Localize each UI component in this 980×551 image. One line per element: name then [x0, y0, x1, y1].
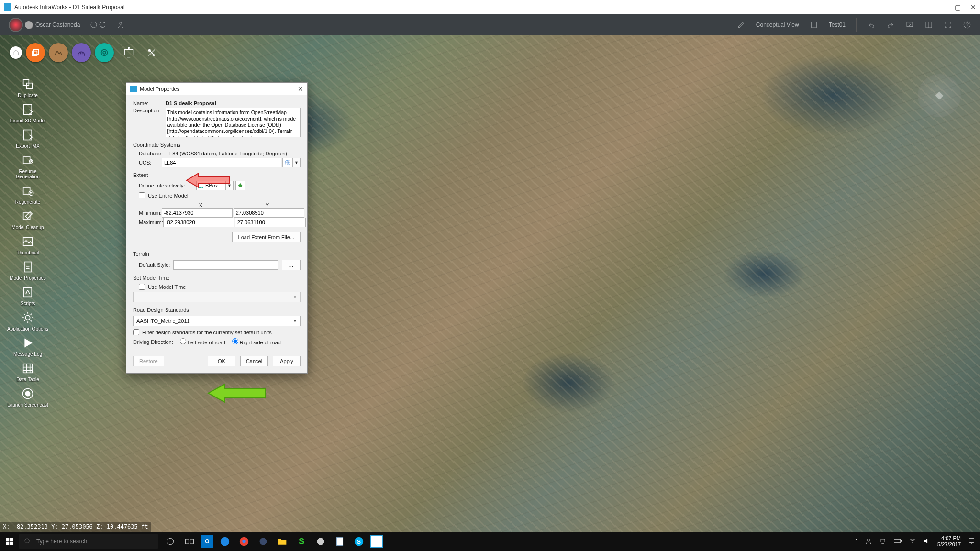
tool-export-imx[interactable]: Export IMX: [16, 127, 39, 149]
tray-battery-icon[interactable]: [893, 538, 902, 545]
app-icon-1[interactable]: [256, 534, 271, 549]
notepad-icon[interactable]: [332, 534, 347, 549]
chat-icon[interactable]: [89, 21, 98, 29]
max-y-input[interactable]: [235, 218, 306, 227]
edge-icon[interactable]: [217, 534, 233, 549]
restore-button[interactable]: Restore: [133, 356, 164, 366]
app-icon-s[interactable]: S: [294, 534, 309, 549]
tool-launch-screencast[interactable]: Launch Screencast: [7, 386, 48, 408]
tray-people-icon[interactable]: [865, 537, 872, 546]
tool-resume-gen[interactable]: Resume Generation: [7, 153, 49, 179]
tray-chevron-icon[interactable]: ˄: [855, 539, 858, 545]
use-entire-model-checkbox[interactable]: [139, 192, 145, 198]
infraworks-taskbar-icon[interactable]: [370, 535, 383, 548]
max-x-input[interactable]: [163, 218, 234, 227]
ucs-input[interactable]: [162, 158, 281, 167]
tool-model-cleanup[interactable]: Model Cleanup: [11, 209, 44, 230]
ucs-globe-button[interactable]: [282, 158, 293, 167]
minimize-button[interactable]: —: [938, 3, 945, 11]
close-button[interactable]: ✕: [970, 3, 976, 11]
tray-wifi-icon[interactable]: [909, 538, 916, 545]
tool-message-log[interactable]: Message Log: [13, 335, 42, 357]
bbox-selector[interactable]: BBox: [196, 181, 226, 190]
chrome-icon[interactable]: [236, 534, 252, 549]
tool-label: Regenerate: [15, 199, 40, 205]
extent-header: Extent: [133, 172, 301, 178]
tray-volume-icon[interactable]: [923, 537, 931, 546]
ok-button[interactable]: OK: [208, 356, 235, 366]
settings-tool[interactable]: [144, 44, 160, 61]
present-icon[interactable]: [905, 21, 914, 29]
bridge-tab[interactable]: [72, 43, 91, 62]
tray-notifications-icon[interactable]: [968, 537, 975, 546]
maximize-button[interactable]: ▢: [955, 3, 961, 11]
default-style-browse-button[interactable]: ...: [282, 260, 301, 270]
left-side-option[interactable]: Left side of road: [180, 338, 225, 345]
tool-duplicate[interactable]: Duplicate: [18, 77, 38, 98]
description-input[interactable]: [166, 108, 301, 137]
tray-network-icon[interactable]: [879, 537, 887, 546]
undo-icon[interactable]: [867, 21, 876, 29]
proposal-icon[interactable]: [810, 21, 818, 29]
tool-thumbnail[interactable]: Thumbnail: [17, 234, 39, 255]
proposal-label[interactable]: Test01: [829, 22, 846, 28]
right-side-option[interactable]: Right side of road: [232, 338, 281, 345]
home-button[interactable]: [10, 46, 22, 59]
tool-scripts[interactable]: Scripts: [20, 285, 35, 306]
load-extent-button[interactable]: Load Extent From File...: [232, 232, 301, 242]
sync-icon[interactable]: [98, 21, 107, 29]
windows-taskbar: Type here to search O S S ˄ 4:07 PM5/27/…: [0, 532, 980, 551]
terrain-tab[interactable]: [49, 43, 68, 62]
define-interactively-label: Define Interactively:: [139, 183, 196, 188]
cancel-button[interactable]: Cancel: [240, 356, 268, 366]
panel-icon[interactable]: [924, 21, 933, 29]
bbox-dropdown-button[interactable]: ▼: [226, 181, 234, 190]
redo-icon[interactable]: [886, 21, 895, 29]
taskbar-search[interactable]: Type here to search: [19, 534, 158, 549]
cloud-status-icon[interactable]: [25, 21, 33, 29]
avatar[interactable]: [9, 18, 23, 32]
file-explorer-icon[interactable]: [275, 534, 290, 549]
skype-icon[interactable]: S: [351, 534, 367, 549]
app-icon-2[interactable]: [313, 534, 328, 549]
username[interactable]: Oscar Castaneda: [35, 22, 80, 28]
tool-model-properties[interactable]: Model Properties: [10, 259, 46, 281]
fullscreen-icon[interactable]: [944, 21, 952, 29]
outlook-icon[interactable]: O: [201, 535, 213, 548]
tray-clock[interactable]: 4:07 PM5/27/2017: [937, 535, 961, 548]
svg-rect-16: [27, 83, 33, 89]
model-time-header: Set Model Time: [133, 275, 301, 281]
help-icon[interactable]: [963, 21, 971, 29]
tool-app-options[interactable]: Application Options: [7, 310, 48, 331]
drainage-tab[interactable]: [95, 43, 114, 62]
min-y-input[interactable]: [234, 208, 304, 218]
dialog-titlebar[interactable]: Model Properties ✕: [126, 83, 307, 95]
apply-button[interactable]: Apply: [273, 356, 301, 366]
min-x-input[interactable]: [162, 208, 233, 218]
taskview-icon[interactable]: [182, 534, 197, 549]
filter-standards-checkbox[interactable]: [133, 329, 139, 335]
use-model-time-checkbox[interactable]: [139, 284, 145, 290]
tool-export-3d[interactable]: Export 3D Model: [10, 102, 45, 123]
tool-regenerate[interactable]: Regenerate: [15, 183, 40, 205]
present-tool[interactable]: [121, 44, 137, 61]
name-label: Name:: [133, 100, 166, 106]
svg-rect-39: [6, 538, 10, 541]
dialog-icon: [130, 86, 137, 92]
pencil-icon[interactable]: [737, 21, 746, 29]
view-mode-label[interactable]: Conceptual View: [756, 22, 799, 28]
share-icon[interactable]: [116, 21, 125, 29]
default-style-input[interactable]: [173, 260, 278, 270]
road-standards-select[interactable]: AASHTO_Metric_2011▼: [133, 316, 301, 326]
bbox-pick-button[interactable]: [235, 181, 245, 190]
max-label: Maximum:: [139, 220, 163, 225]
view-cube[interactable]: [918, 74, 961, 117]
cortana-icon[interactable]: [163, 534, 178, 549]
start-button[interactable]: [0, 532, 19, 551]
tool-data-table[interactable]: Data Table: [16, 361, 39, 382]
build-tab[interactable]: [26, 43, 45, 62]
svg-point-37: [25, 391, 30, 396]
dialog-close-button[interactable]: ✕: [298, 85, 303, 93]
main-toolbar: [10, 43, 160, 62]
ucs-dropdown-button[interactable]: ▼: [293, 158, 301, 167]
